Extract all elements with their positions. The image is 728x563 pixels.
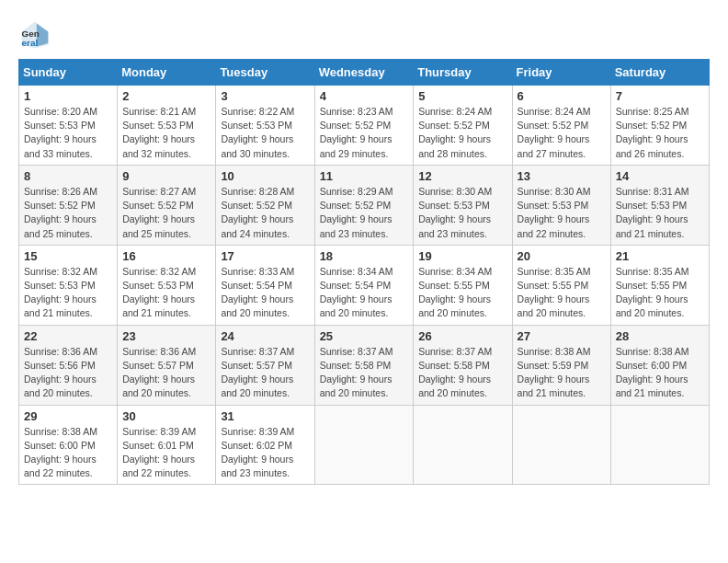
day-number: 1 xyxy=(24,89,112,103)
day-info: Sunrise: 8:22 AMSunset: 5:53 PMDaylight:… xyxy=(221,105,309,161)
day-info: Sunrise: 8:20 AMSunset: 5:53 PMDaylight:… xyxy=(24,105,112,161)
day-number: 27 xyxy=(518,329,606,343)
day-number: 11 xyxy=(320,169,409,183)
day-info: Sunrise: 8:25 AMSunset: 5:52 PMDaylight:… xyxy=(616,105,704,161)
day-number: 26 xyxy=(418,329,506,343)
day-number: 19 xyxy=(418,249,506,263)
day-info: Sunrise: 8:35 AMSunset: 5:55 PMDaylight:… xyxy=(518,265,606,321)
calendar-week-5: 29Sunrise: 8:38 AMSunset: 6:00 PMDayligh… xyxy=(19,405,710,485)
day-info: Sunrise: 8:24 AMSunset: 5:52 PMDaylight:… xyxy=(518,105,606,161)
calendar-week-1: 1Sunrise: 8:20 AMSunset: 5:53 PMDaylight… xyxy=(19,86,710,166)
calendar-cell: 21Sunrise: 8:35 AMSunset: 5:55 PMDayligh… xyxy=(610,245,709,325)
day-number: 4 xyxy=(320,89,409,103)
calendar-cell: 11Sunrise: 8:29 AMSunset: 5:52 PMDayligh… xyxy=(314,165,414,245)
weekday-header-friday: Friday xyxy=(512,60,610,86)
day-number: 10 xyxy=(221,169,309,183)
calendar-cell: 27Sunrise: 8:38 AMSunset: 5:59 PMDayligh… xyxy=(512,325,610,405)
page-header: Gen eral xyxy=(18,18,710,52)
calendar-header-row: SundayMondayTuesdayWednesdayThursdayFrid… xyxy=(19,60,710,86)
svg-text:eral: eral xyxy=(22,38,39,48)
calendar-cell: 26Sunrise: 8:37 AMSunset: 5:58 PMDayligh… xyxy=(414,325,512,405)
day-number: 18 xyxy=(320,249,409,263)
calendar-cell xyxy=(512,405,610,485)
day-info: Sunrise: 8:30 AMSunset: 5:53 PMDaylight:… xyxy=(518,185,606,241)
day-info: Sunrise: 8:39 AMSunset: 6:02 PMDaylight:… xyxy=(221,425,309,481)
calendar-cell: 1Sunrise: 8:20 AMSunset: 5:53 PMDaylight… xyxy=(19,86,118,166)
calendar-week-2: 8Sunrise: 8:26 AMSunset: 5:52 PMDaylight… xyxy=(19,165,710,245)
weekday-header-sunday: Sunday xyxy=(19,60,118,86)
day-info: Sunrise: 8:37 AMSunset: 5:58 PMDaylight:… xyxy=(418,345,506,401)
weekday-header-tuesday: Tuesday xyxy=(216,60,314,86)
day-number: 22 xyxy=(24,329,112,343)
day-info: Sunrise: 8:37 AMSunset: 5:58 PMDaylight:… xyxy=(320,345,409,401)
weekday-header-wednesday: Wednesday xyxy=(314,60,414,86)
day-number: 13 xyxy=(518,169,606,183)
calendar-cell: 4Sunrise: 8:23 AMSunset: 5:52 PMDaylight… xyxy=(314,86,414,166)
day-number: 5 xyxy=(418,89,506,103)
day-info: Sunrise: 8:32 AMSunset: 5:53 PMDaylight:… xyxy=(122,265,210,321)
day-info: Sunrise: 8:38 AMSunset: 6:00 PMDaylight:… xyxy=(24,425,112,481)
calendar-cell: 24Sunrise: 8:37 AMSunset: 5:57 PMDayligh… xyxy=(216,325,314,405)
calendar-cell: 10Sunrise: 8:28 AMSunset: 5:52 PMDayligh… xyxy=(216,165,314,245)
day-info: Sunrise: 8:24 AMSunset: 5:52 PMDaylight:… xyxy=(418,105,506,161)
day-number: 12 xyxy=(418,169,506,183)
calendar-cell: 20Sunrise: 8:35 AMSunset: 5:55 PMDayligh… xyxy=(512,245,610,325)
day-info: Sunrise: 8:30 AMSunset: 5:53 PMDaylight:… xyxy=(418,185,506,241)
day-number: 20 xyxy=(518,249,606,263)
day-number: 16 xyxy=(122,249,210,263)
day-info: Sunrise: 8:32 AMSunset: 5:53 PMDaylight:… xyxy=(24,265,112,321)
day-info: Sunrise: 8:38 AMSunset: 6:00 PMDaylight:… xyxy=(616,345,704,401)
day-info: Sunrise: 8:26 AMSunset: 5:52 PMDaylight:… xyxy=(24,185,112,241)
day-info: Sunrise: 8:29 AMSunset: 5:52 PMDaylight:… xyxy=(320,185,409,241)
calendar-cell: 15Sunrise: 8:32 AMSunset: 5:53 PMDayligh… xyxy=(19,245,118,325)
day-number: 25 xyxy=(320,329,409,343)
calendar-cell: 3Sunrise: 8:22 AMSunset: 5:53 PMDaylight… xyxy=(216,86,314,166)
day-number: 9 xyxy=(122,169,210,183)
calendar-cell: 17Sunrise: 8:33 AMSunset: 5:54 PMDayligh… xyxy=(216,245,314,325)
calendar-cell: 14Sunrise: 8:31 AMSunset: 5:53 PMDayligh… xyxy=(610,165,709,245)
day-info: Sunrise: 8:28 AMSunset: 5:52 PMDaylight:… xyxy=(221,185,309,241)
day-info: Sunrise: 8:37 AMSunset: 5:57 PMDaylight:… xyxy=(221,345,309,401)
calendar-cell: 6Sunrise: 8:24 AMSunset: 5:52 PMDaylight… xyxy=(512,86,610,166)
day-number: 15 xyxy=(24,249,112,263)
calendar-cell: 16Sunrise: 8:32 AMSunset: 5:53 PMDayligh… xyxy=(118,245,216,325)
day-number: 24 xyxy=(221,329,309,343)
calendar-cell: 12Sunrise: 8:30 AMSunset: 5:53 PMDayligh… xyxy=(414,165,512,245)
day-number: 7 xyxy=(616,89,704,103)
calendar-cell xyxy=(414,405,512,485)
day-info: Sunrise: 8:33 AMSunset: 5:54 PMDaylight:… xyxy=(221,265,309,321)
calendar-cell: 7Sunrise: 8:25 AMSunset: 5:52 PMDaylight… xyxy=(610,86,709,166)
calendar-cell: 28Sunrise: 8:38 AMSunset: 6:00 PMDayligh… xyxy=(610,325,709,405)
day-info: Sunrise: 8:36 AMSunset: 5:56 PMDaylight:… xyxy=(24,345,112,401)
weekday-header-thursday: Thursday xyxy=(414,60,512,86)
logo-icon: Gen eral xyxy=(18,18,51,52)
day-number: 31 xyxy=(221,409,309,423)
day-info: Sunrise: 8:36 AMSunset: 5:57 PMDaylight:… xyxy=(122,345,210,401)
day-number: 14 xyxy=(616,169,704,183)
calendar-cell xyxy=(314,405,414,485)
day-info: Sunrise: 8:27 AMSunset: 5:52 PMDaylight:… xyxy=(122,185,210,241)
day-number: 3 xyxy=(221,89,309,103)
day-number: 23 xyxy=(122,329,210,343)
calendar-week-4: 22Sunrise: 8:36 AMSunset: 5:56 PMDayligh… xyxy=(19,325,710,405)
calendar-cell: 9Sunrise: 8:27 AMSunset: 5:52 PMDaylight… xyxy=(118,165,216,245)
day-info: Sunrise: 8:39 AMSunset: 6:01 PMDaylight:… xyxy=(122,425,210,481)
calendar-cell: 5Sunrise: 8:24 AMSunset: 5:52 PMDaylight… xyxy=(414,86,512,166)
calendar-week-3: 15Sunrise: 8:32 AMSunset: 5:53 PMDayligh… xyxy=(19,245,710,325)
logo: Gen eral xyxy=(18,18,55,52)
calendar-cell: 31Sunrise: 8:39 AMSunset: 6:02 PMDayligh… xyxy=(216,405,314,485)
day-number: 17 xyxy=(221,249,309,263)
calendar-cell xyxy=(610,405,709,485)
calendar-cell: 23Sunrise: 8:36 AMSunset: 5:57 PMDayligh… xyxy=(118,325,216,405)
calendar-cell: 29Sunrise: 8:38 AMSunset: 6:00 PMDayligh… xyxy=(19,405,118,485)
day-number: 30 xyxy=(122,409,210,423)
day-number: 8 xyxy=(24,169,112,183)
calendar-cell: 8Sunrise: 8:26 AMSunset: 5:52 PMDaylight… xyxy=(19,165,118,245)
calendar-cell: 19Sunrise: 8:34 AMSunset: 5:55 PMDayligh… xyxy=(414,245,512,325)
day-info: Sunrise: 8:38 AMSunset: 5:59 PMDaylight:… xyxy=(518,345,606,401)
day-number: 6 xyxy=(518,89,606,103)
day-info: Sunrise: 8:21 AMSunset: 5:53 PMDaylight:… xyxy=(122,105,210,161)
calendar-cell: 22Sunrise: 8:36 AMSunset: 5:56 PMDayligh… xyxy=(19,325,118,405)
calendar-cell: 18Sunrise: 8:34 AMSunset: 5:54 PMDayligh… xyxy=(314,245,414,325)
weekday-header-monday: Monday xyxy=(118,60,216,86)
